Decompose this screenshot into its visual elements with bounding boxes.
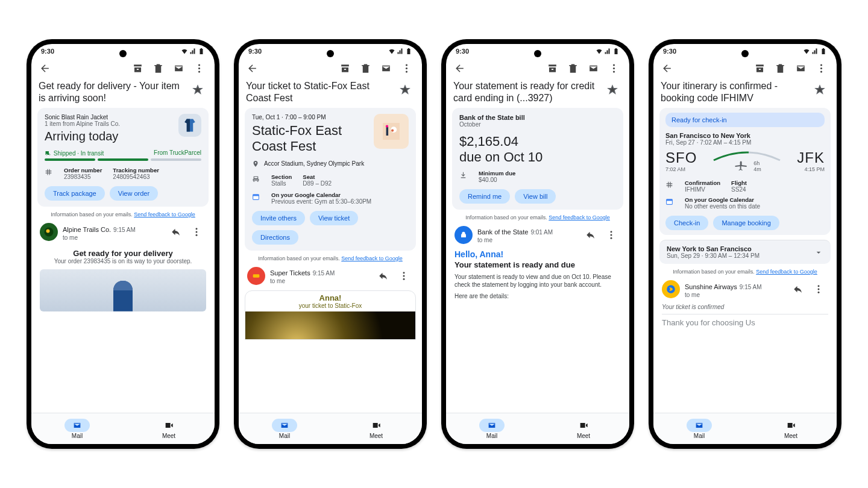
ticket-body-sub: your ticket to Static-Fox: [248, 302, 413, 309]
view-ticket-button[interactable]: View ticket: [310, 211, 358, 225]
truck-icon: [45, 149, 52, 157]
delete-button[interactable]: [770, 58, 790, 78]
archive-button[interactable]: [335, 58, 354, 78]
order-number-label: Order number: [64, 167, 102, 174]
hash-icon: [45, 167, 53, 180]
sender-avatar: [662, 280, 680, 298]
nav-meet-tab[interactable]: Meet: [330, 413, 422, 444]
nav-mail-tab[interactable]: Mail: [239, 413, 330, 444]
nav-mail-tab[interactable]: Mail: [31, 413, 123, 444]
remind-me-button[interactable]: Remind me: [459, 189, 510, 204]
sender-name: Alpine Trails Co.: [63, 226, 111, 233]
view-order-button[interactable]: View order: [110, 186, 158, 201]
svg-rect-11: [383, 123, 400, 140]
view-bill-button[interactable]: View bill: [515, 189, 556, 204]
location-icon: [252, 160, 259, 167]
svg-point-4: [46, 230, 50, 233]
sender-row[interactable]: Sunshine Airways9:15 AM to me: [659, 275, 831, 302]
nav-mail-tab[interactable]: Mail: [653, 413, 745, 444]
overflow-button[interactable]: [189, 58, 209, 78]
star-button[interactable]: [188, 80, 207, 99]
email-subject: Your ticket to Static-Fox East Coast Fes…: [246, 80, 392, 104]
message-overflow-button[interactable]: [187, 222, 206, 242]
mark-unread-button[interactable]: [169, 58, 188, 78]
star-button[interactable]: [395, 80, 415, 99]
sender-row[interactable]: Super Tickets9:15 AM to me: [245, 261, 416, 289]
hash-icon: [665, 180, 674, 193]
mark-unread-button[interactable]: [791, 58, 810, 78]
overflow-button[interactable]: [811, 58, 831, 78]
delete-button[interactable]: [356, 58, 375, 78]
status-time: 9:30: [41, 48, 54, 55]
back-button[interactable]: [657, 58, 676, 78]
calendar-value: No other events on this date: [685, 203, 760, 210]
message-overflow-button[interactable]: [809, 280, 828, 299]
sender-time: 9:15 AM: [740, 284, 762, 290]
message-overflow-button[interactable]: [602, 225, 621, 245]
svg-point-10: [405, 70, 407, 72]
overflow-button[interactable]: [397, 58, 416, 78]
seat-icon: [252, 174, 260, 187]
nav-meet-tab[interactable]: Meet: [538, 413, 629, 444]
back-button[interactable]: [242, 58, 262, 78]
sender-name: Super Tickets: [270, 269, 310, 277]
feedback-link[interactable]: Send feedback to Google: [549, 214, 610, 221]
manage-booking-button[interactable]: Manage booking: [713, 216, 779, 230]
flight-route: SFO7:02 AM 6h 4m JFK4:15 PM: [665, 148, 825, 174]
vendor-line: 1 item from Alpine Trails Co.: [45, 120, 174, 127]
directions-button[interactable]: Directions: [252, 230, 298, 245]
svg-point-22: [612, 64, 614, 66]
segment2-row[interactable]: New York to San FranciscoSun, Sep 29 · 9…: [659, 240, 831, 264]
mark-unread-button[interactable]: [376, 58, 395, 78]
back-button[interactable]: [450, 58, 469, 78]
archive-button[interactable]: [542, 58, 562, 78]
nav-meet-tab[interactable]: Meet: [123, 413, 215, 444]
itinerary-card: Ready for check-in San Francisco to New …: [659, 108, 831, 235]
feedback-link[interactable]: Send feedback to Google: [341, 255, 403, 261]
invite-others-button[interactable]: Invite others: [252, 211, 305, 225]
mark-unread-button[interactable]: [583, 58, 603, 78]
overflow-button[interactable]: [604, 58, 623, 78]
svg-point-19: [403, 272, 405, 274]
archive-button[interactable]: [750, 58, 769, 78]
phone-itinerary: 9:30 Your itinerary is confirmed - booki…: [649, 39, 841, 449]
reply-button[interactable]: [374, 266, 393, 286]
seat-label: Seat: [303, 174, 332, 180]
feedback-line: Information based on your emails. Send f…: [37, 211, 209, 217]
svg-point-0: [198, 64, 200, 66]
jacket-icon: [181, 117, 198, 134]
download-icon: [459, 170, 468, 183]
ticket-card: Tue, Oct 1 · 7:00 – 9:00 PM Static-Fox E…: [245, 108, 416, 251]
section-value: Stalls: [271, 180, 292, 187]
wifi-icon: [181, 48, 188, 55]
svg-point-13: [391, 130, 394, 132]
battery-icon: [198, 48, 205, 55]
sender-avatar: [247, 267, 265, 285]
checkin-button[interactable]: Check-in: [665, 216, 708, 230]
mail-icon: [72, 421, 82, 430]
feedback-link[interactable]: Send feedback to Google: [756, 269, 817, 275]
star-button[interactable]: [810, 80, 829, 99]
feedback-link[interactable]: Send feedback to Google: [134, 211, 195, 217]
progress-label-right: From TruckParcel: [154, 149, 201, 157]
phone-delivery: 9:30 Get ready for delivery - Your item …: [27, 39, 219, 449]
reply-button[interactable]: [166, 222, 186, 242]
archive-button[interactable]: [128, 58, 147, 78]
reply-button[interactable]: [581, 225, 600, 245]
back-button[interactable]: [35, 58, 54, 78]
nav-mail-tab[interactable]: Mail: [446, 413, 538, 444]
delete-button[interactable]: [148, 58, 168, 78]
track-package-button[interactable]: Track package: [45, 186, 105, 201]
seat-value: D89 – D92: [303, 180, 332, 187]
delete-button[interactable]: [563, 58, 582, 78]
sender-to: to me: [63, 234, 136, 241]
ticket-body-image: [245, 311, 415, 339]
sender-row[interactable]: Bank of the State9:01 AM to me: [452, 221, 623, 248]
svg-point-7: [196, 234, 198, 236]
message-overflow-button[interactable]: [394, 266, 414, 286]
minimum-due-value: $40.00: [479, 177, 515, 183]
reply-button[interactable]: [788, 280, 808, 299]
sender-row[interactable]: Alpine Trails Co.9:15 AM to me: [37, 217, 209, 245]
star-button[interactable]: [603, 80, 622, 99]
nav-meet-tab[interactable]: Meet: [745, 413, 837, 444]
